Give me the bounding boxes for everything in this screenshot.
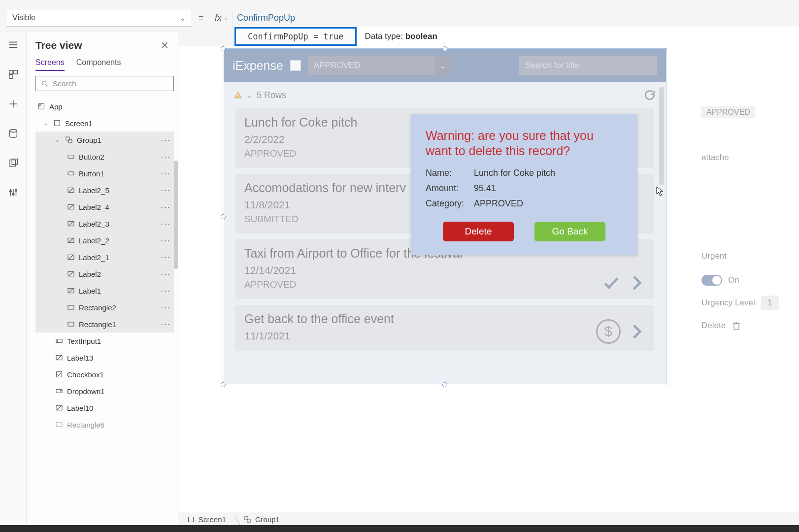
svg-rect-42: [56, 339, 62, 343]
svg-point-56: [237, 97, 238, 98]
tree-node-item[interactable]: Label13: [35, 349, 174, 366]
tree-node-item[interactable]: Label2_4···: [35, 199, 174, 215]
button-icon: [67, 153, 75, 161]
fx-button[interactable]: fx ⌄: [210, 9, 233, 27]
scrollbar[interactable]: [659, 87, 664, 185]
popup-name-label: Name:: [426, 168, 474, 178]
record-status: APPROVED: [244, 279, 645, 290]
chevron-down-icon: ⌄: [43, 120, 49, 127]
tree-node-screen[interactable]: ⌄ Screen1: [35, 115, 174, 132]
data-type-value: boolean: [405, 32, 437, 41]
search-input[interactable]: Search for title: [519, 56, 657, 75]
scrollbar[interactable]: [174, 161, 178, 269]
tree-node-item[interactable]: Label2_5···: [35, 182, 174, 199]
label-icon: [67, 186, 75, 194]
tree-view-icon[interactable]: [8, 69, 19, 82]
tree-node-item[interactable]: Label1···: [35, 282, 174, 299]
tree-node-group[interactable]: ⌄ Group1 ···: [35, 132, 174, 148]
tree-search-input[interactable]: Search: [35, 76, 174, 91]
tree-node-item[interactable]: Label2···: [35, 266, 174, 282]
go-back-button[interactable]: Go Back: [534, 222, 605, 241]
list-item[interactable]: Get back to the office event 11/1/2021 $: [235, 305, 654, 351]
urgent-toggle[interactable]: [701, 275, 722, 286]
tree-node-item[interactable]: Label10: [35, 399, 174, 416]
urgency-level-label: Urgency Level: [701, 298, 755, 308]
tree-node-app[interactable]: App: [35, 98, 174, 115]
formula-text: ConfirmPopUp: [237, 13, 295, 23]
canvas[interactable]: APPROVED attache Urgent On Urgency Level…: [178, 46, 799, 512]
confirm-popup: Warning: are you sure that you want to d…: [411, 114, 637, 255]
more-icon[interactable]: ···: [161, 252, 171, 263]
formula-result: ConfirmPopUp = true: [234, 27, 357, 46]
breadcrumb-screen[interactable]: Screen1: [178, 515, 235, 524]
left-rail: [0, 33, 27, 532]
media-icon[interactable]: [8, 158, 19, 170]
more-icon[interactable]: ···: [161, 168, 171, 179]
delete-label: Delete: [701, 321, 726, 331]
svg-rect-58: [189, 517, 194, 522]
app-icon: [37, 102, 45, 110]
more-icon[interactable]: ···: [161, 185, 171, 196]
tree-node-item[interactable]: Label2_2···: [35, 232, 174, 249]
tree-node-item[interactable]: Rectangle2···: [35, 299, 174, 316]
settings-icon[interactable]: [8, 187, 19, 200]
label-icon: [67, 270, 75, 278]
tree-node-item[interactable]: Label2_3···: [35, 215, 174, 232]
svg-point-8: [9, 130, 17, 133]
more-icon[interactable]: ···: [161, 269, 171, 279]
dropdown-icon: [55, 387, 63, 395]
tree-node-item[interactable]: Button2···: [35, 148, 174, 165]
formula-bar[interactable]: ConfirmPopUp: [233, 9, 799, 27]
more-icon[interactable]: ···: [161, 319, 171, 330]
chevron-right-icon[interactable]: [628, 322, 646, 341]
more-icon[interactable]: ···: [161, 219, 171, 229]
dollar-icon[interactable]: $: [596, 319, 621, 344]
svg-line-31: [69, 222, 73, 226]
tree-node-item[interactable]: TextInput1: [35, 332, 174, 349]
insert-icon[interactable]: [8, 99, 19, 111]
svg-rect-51: [734, 324, 739, 330]
svg-line-45: [57, 356, 61, 360]
data-icon[interactable]: [8, 128, 19, 141]
tree-node-item[interactable]: Label2_1···: [35, 249, 174, 266]
trash-icon[interactable]: [732, 320, 741, 331]
more-icon[interactable]: ···: [161, 152, 171, 162]
tree-node-item[interactable]: Rectangle6: [35, 416, 174, 433]
chevron-right-icon[interactable]: [628, 273, 646, 292]
popup-name-value: Lunch for Coke pitch: [474, 168, 555, 178]
tree-node-item[interactable]: Dropdown1: [35, 383, 174, 399]
equals-icon: =: [192, 13, 210, 23]
svg-rect-9: [9, 160, 15, 166]
breadcrumb-group[interactable]: Group1: [235, 515, 289, 524]
tree-node-item[interactable]: Button1···: [35, 165, 174, 182]
chevron-down-icon: ⌄: [246, 91, 253, 100]
tab-screens[interactable]: Screens: [35, 58, 65, 71]
chevron-down-icon: ⌄: [55, 137, 61, 143]
tab-components[interactable]: Components: [76, 58, 121, 71]
fx-icon: fx: [215, 13, 222, 23]
more-icon[interactable]: ···: [161, 286, 171, 296]
tree-node-item[interactable]: Checkbox1: [35, 366, 174, 383]
more-icon[interactable]: ···: [161, 135, 171, 145]
textinput-icon: [55, 337, 63, 345]
more-icon[interactable]: ···: [161, 235, 171, 246]
tree-node-item[interactable]: Rectangle1···: [35, 316, 174, 332]
label-icon: [55, 404, 63, 412]
more-icon[interactable]: ···: [161, 302, 171, 313]
check-icon[interactable]: [602, 273, 621, 292]
label-icon: [67, 253, 75, 261]
refresh-icon[interactable]: [643, 89, 656, 101]
hamburger-icon[interactable]: [8, 39, 19, 52]
status-dropdown[interactable]: APPROVED ⌄: [308, 56, 450, 75]
svg-line-29: [69, 205, 73, 209]
header-checkbox[interactable]: [290, 60, 301, 71]
tree: App ⌄ Screen1 ⌄ Group1 ··· Button2··· Bu…: [35, 98, 174, 433]
app-header: iExpense APPROVED ⌄ Search for title: [224, 49, 666, 82]
label-icon: [67, 236, 75, 244]
more-icon[interactable]: ···: [161, 202, 171, 212]
status-bar: [0, 525, 799, 532]
close-icon[interactable]: ✕: [161, 39, 169, 51]
property-selector[interactable]: Visible ⌄: [6, 9, 192, 27]
delete-button[interactable]: Delete: [443, 222, 514, 241]
svg-rect-25: [68, 172, 74, 175]
